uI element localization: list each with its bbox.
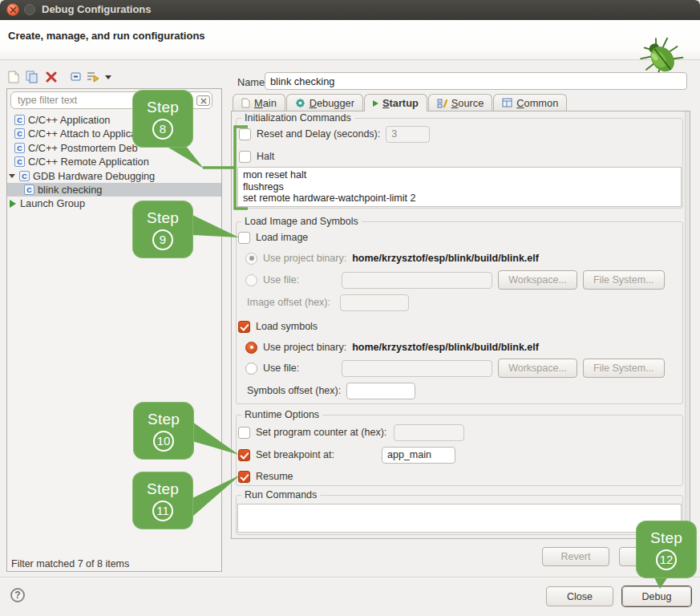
program-counter-input[interactable] [394,424,464,441]
symbols-use-project-binary-label: Use project binary: [263,342,346,353]
initialization-commands-textarea[interactable] [237,167,682,207]
titlebar: Debug Configurations [0,0,700,20]
step-11-callout: Step 11 [132,472,193,529]
c-app-icon: C [14,143,25,153]
symbols-offset-label: Symbols offset (hex): [247,385,341,396]
step-8-callout: Step 8 [132,90,193,148]
symbols-offset-input[interactable] [346,383,415,399]
filter-status: Filter matched 7 of 8 items [11,558,129,569]
c-app-icon: C [24,184,34,195]
tab-startup[interactable]: Startup [364,94,427,111]
tree-item-blink-checking[interactable]: C blink checking [7,183,221,197]
tree-item-label: C/C++ Postmortem Deb [28,142,138,154]
revert-button[interactable]: Revert [542,547,609,566]
c-app-icon: C [14,156,25,167]
load-image-checkbox[interactable] [238,232,250,244]
tree-item-cpp-remote[interactable]: C C/C++ Remote Application [7,155,221,168]
load-image-label: Load image [256,232,308,243]
halt-checkbox[interactable] [239,151,251,163]
tree-item-label: C/C++ Remote Application [28,156,149,168]
symbols-project-binary-path: home/krzysztof/esp/blink/build/blink.elf [352,342,539,353]
set-breakpoint-label: Set breakpoint at: [256,449,334,460]
reset-and-delay-checkbox[interactable] [239,128,251,140]
dropdown-arrow-icon[interactable] [101,70,115,84]
tab-common[interactable]: Common [493,94,567,111]
group-title: Initialization Commands [241,112,354,124]
footer-separator [0,577,700,578]
tree-item-label: C/C++ Application [28,114,110,126]
group-title: Runtime Options [241,409,322,420]
symbols-file-input[interactable] [342,360,492,377]
gear-icon [295,98,305,108]
set-breakpoint-checkbox[interactable] [238,449,250,461]
delete-icon[interactable] [44,70,59,84]
play-icon [10,200,16,208]
table-icon [502,98,512,107]
load-symbols-checkbox[interactable] [238,321,250,333]
step-number-badge: 8 [152,119,173,140]
load-symbols-label: Load symbols [256,321,318,332]
group-title: Run Commands [241,489,320,500]
filter-icon[interactable] [86,70,100,84]
image-filesystem-button[interactable]: File System... [583,270,665,290]
symbols-use-file-label: Use file: [263,363,299,374]
c-app-icon: C [14,128,25,139]
set-program-counter-checkbox[interactable] [238,427,250,439]
tree-item-label: GDB Hardware Debugging [33,170,155,182]
debug-configurations-dialog: Debug Configurations Create, manage, and… [0,0,700,616]
step-10-callout: Step 10 [133,402,194,460]
step-number-badge: 9 [152,229,173,250]
tab-bar: Main Debugger Startup Source Common [233,94,567,111]
breakpoint-input[interactable] [382,447,455,464]
symbols-use-file-radio[interactable] [245,363,257,375]
symbols-filesystem-button[interactable]: File System... [583,359,665,378]
new-configuration-icon[interactable] [6,70,21,84]
minimize-window-icon[interactable] [24,4,35,15]
tab-main[interactable]: Main [233,94,285,111]
run-commands-textarea[interactable] [237,504,682,533]
image-use-project-binary-radio[interactable] [245,253,257,265]
tab-source[interactable]: Source [428,94,493,111]
tree-item-gdb-hardware-debugging[interactable]: C GDB Hardware Debugging [7,169,221,183]
clear-filter-icon[interactable] [196,95,210,106]
image-use-project-binary-label: Use project binary: [263,253,346,264]
tab-debugger[interactable]: Debugger [286,94,363,111]
page-icon [241,98,250,108]
vertical-scrollbar[interactable] [685,111,690,538]
close-window-icon[interactable] [6,3,19,16]
step-number-badge: 11 [152,500,173,521]
source-icon [437,98,447,108]
play-icon [373,100,378,107]
name-input[interactable] [265,72,687,90]
reset-and-delay-label: Reset and Delay (seconds): [257,128,380,140]
tree-item-label: blink checking [38,184,102,196]
step-number-badge: 12 [656,549,677,570]
step-12-callout: Step 12 [636,521,697,578]
symbols-use-project-binary-radio[interactable] [245,342,257,354]
image-offset-label: Image offset (hex): [247,297,330,308]
duplicate-icon[interactable] [25,70,39,84]
resume-checkbox[interactable] [238,471,250,483]
symbols-workspace-button[interactable]: Workspace... [498,359,577,378]
help-button[interactable]: ? [10,588,25,602]
dialog-subtitle: Create, manage, and run configurations [8,30,205,42]
step-9-callout: Step 9 [132,201,193,258]
name-label: Name: [237,76,268,88]
image-use-file-label: Use file: [263,274,299,286]
reset-delay-input[interactable] [386,126,430,143]
expander-icon[interactable] [9,174,15,178]
tree-item-label: C/C++ Attach to Applica [28,128,136,140]
image-use-file-radio[interactable] [245,274,257,286]
image-workspace-button[interactable]: Workspace... [498,270,577,290]
c-app-icon: C [19,171,30,181]
image-offset-input[interactable] [340,294,409,311]
image-file-input[interactable] [342,272,492,289]
debug-button[interactable]: Debug [622,586,691,606]
tree-item-label: Launch Group [20,197,85,209]
resume-label: Resume [256,471,293,482]
c-app-icon: C [14,115,25,125]
set-program-counter-label: Set program counter at (hex): [256,427,386,438]
window-title: Debug Configurations [42,3,152,15]
close-button[interactable]: Close [546,586,613,606]
collapse-all-icon[interactable] [69,70,83,84]
